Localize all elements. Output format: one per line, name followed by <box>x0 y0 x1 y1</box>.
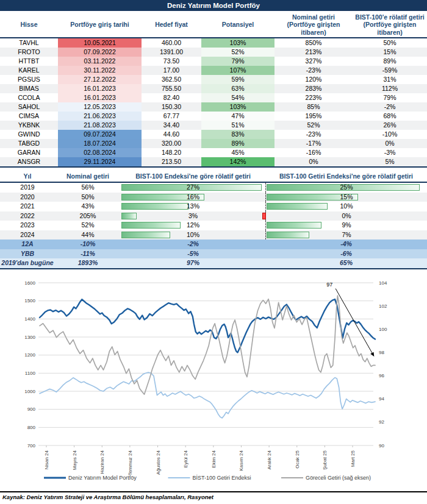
year-cell: 2022 <box>0 211 55 221</box>
relative-bist-cell: 13% <box>121 202 265 211</box>
performance-chart: 7008009001000110012001300140015001600909… <box>0 270 427 489</box>
table-row: FROTO07.09.20221391.0052%213%15% <box>0 48 427 57</box>
nominal-return-cell: -17% <box>274 139 353 148</box>
relative-bist-cell: 10% <box>121 230 265 240</box>
relative-return-cell: -2% <box>353 102 427 112</box>
table-row: BIMAS16.01.2023755.5063%283%112% <box>0 84 427 93</box>
relative-return-cell: 89% <box>353 57 427 66</box>
left-axis-tick-label: 900 <box>27 406 36 412</box>
ticker-cell: TABGD <box>0 139 58 148</box>
year-cell: 2019 <box>0 183 55 193</box>
ticker-cell: PGSUS <box>0 75 58 84</box>
right-axis-tick-label: 104 <box>379 280 387 286</box>
table-row: 202050%16%15% <box>0 193 427 202</box>
entry-date-cell: 03.11.2022 <box>58 57 142 66</box>
relative-bist-cell: 16% <box>121 193 265 202</box>
right-axis-tick-label: 92 <box>379 419 384 425</box>
series-line <box>40 372 375 418</box>
entry-date-cell: 30.11.2022 <box>58 66 142 75</box>
left-axis-tick-label: 1400 <box>24 316 35 322</box>
relative-return-cell: 15% <box>353 48 427 57</box>
relative-return-cell: 0% <box>353 139 427 148</box>
ticker-cell: CCOLA <box>0 93 58 102</box>
column-header: Hisse <box>0 21 58 29</box>
target-price-cell: 44.60 <box>142 130 201 139</box>
table-row: CIMSA21.06.202367.7747%195%68% <box>0 112 427 121</box>
target-price-cell: 148.20 <box>142 148 201 157</box>
year-cell: 2021 <box>0 202 55 211</box>
period-label: 12A <box>0 240 55 249</box>
entry-date-cell: 09.07.2024 <box>58 130 142 139</box>
table-row: 202352%12%9% <box>0 221 427 230</box>
relative-total-return-cell: 10% <box>265 202 427 211</box>
ticker-cell: TAVHL <box>0 38 58 48</box>
right-axis-tick-label: 98 <box>379 350 384 355</box>
potential-cell: 107% <box>201 66 274 75</box>
portfolio-table-header: HissePortföye giriş tarihiHedef fiyatPot… <box>0 12 427 37</box>
year-cell: 2020 <box>0 193 55 202</box>
potential-cell: 142% <box>201 157 274 166</box>
x-axis-tick-label: Ağustos 24 <box>156 450 161 475</box>
summary-row: 12A-10%-2%-4% <box>0 240 427 249</box>
table-row: GWIND09.07.202444.6083%-23%-10% <box>0 130 427 139</box>
relative-return-cell: -3% <box>353 148 427 157</box>
right-axis-tick-label: 102 <box>379 303 387 309</box>
nominal-return-cell: 327% <box>274 57 353 66</box>
left-axis-tick-label: 1200 <box>24 352 35 358</box>
nominal-return-cell: -23% <box>274 66 353 75</box>
nominal-return-cell: 43% <box>55 202 121 211</box>
table-row: SAHOL12.05.2023150.30103%85%-2% <box>0 102 427 112</box>
relative-return-cell: 31% <box>353 75 427 84</box>
yearly-table-header: YılNominal getiriBIST-100 Endeksi'ne gör… <box>0 171 427 183</box>
ticker-cell: BIMAS <box>0 84 58 93</box>
relative-bist-cell: -2% <box>121 240 265 249</box>
column-header: BIST-100'e rölatif getiri(Portföye giriş… <box>353 13 427 37</box>
target-price-cell: 150.30 <box>142 102 201 112</box>
nominal-return-cell: -16% <box>274 148 353 157</box>
relative-return-cell: 79% <box>353 93 427 102</box>
nominal-return-cell: 52% <box>55 221 121 230</box>
nominal-return-cell: 50% <box>55 193 121 202</box>
data-bar <box>267 203 328 210</box>
right-axis-tick-label: 96 <box>379 373 384 378</box>
portfolio-table-body: TAVHL10.05.2021460.00103%850%50%FROTO07.… <box>0 37 427 168</box>
entry-date-cell: 16.01.2023 <box>58 93 142 102</box>
legend-label: BİST-100 Getiri Endeksi <box>193 475 251 481</box>
potential-cell: 103% <box>201 38 274 48</box>
table-row: PGSUS27.12.2022362.5059%120%31% <box>0 75 427 84</box>
year-cell: 2023 <box>0 221 55 230</box>
ticker-cell: ANSGR <box>0 157 58 166</box>
potential-cell: 103% <box>201 102 274 112</box>
nominal-return-cell: 0% <box>274 157 353 166</box>
left-axis-tick-label: 800 <box>27 425 36 430</box>
data-bar <box>121 203 188 210</box>
nominal-return-cell: 120% <box>274 75 353 84</box>
relative-total-return-cell: 25% <box>265 183 427 193</box>
table-row: YKBNK21.08.202334.4051%52%26% <box>0 121 427 130</box>
target-price-cell: 362.50 <box>142 75 201 84</box>
yearly-table-summary: 12A-10%-2%-4%YBB-11%-5%-6%2019'dan bugün… <box>0 240 427 269</box>
target-price-cell: 34.40 <box>142 121 201 130</box>
target-price-cell: 320.00 <box>142 139 201 148</box>
table-row: 202143%13%10% <box>0 202 427 211</box>
relative-bist-cell: 12% <box>121 221 265 230</box>
relative-total-return-cell: 0% <box>265 211 427 221</box>
left-axis-tick-label: 1100 <box>25 371 36 376</box>
potential-cell: 54% <box>201 93 274 102</box>
column-header: Nominal getiri <box>55 172 121 180</box>
nominal-return-cell: 850% <box>274 38 353 48</box>
right-axis-tick-label: 90 <box>379 443 384 449</box>
ticker-cell: HTTBT <box>0 57 58 66</box>
relative-return-cell: 112% <box>353 84 427 93</box>
data-bar <box>121 232 170 238</box>
x-axis-tick-label: Kasım 24 <box>239 450 244 470</box>
ticker-cell: YKBNK <box>0 121 58 130</box>
relative-return-cell: 26% <box>353 121 427 130</box>
entry-date-cell: 16.01.2023 <box>58 84 142 93</box>
column-header: Nominal getiri(Portföye girişten itibare… <box>274 13 353 37</box>
potential-cell: 47% <box>201 112 274 121</box>
x-axis-tick-label: Şubat 25 <box>322 450 328 470</box>
table-row: HTTBT03.11.202273.5079%327%89% <box>0 57 427 66</box>
left-axis-tick-label: 700 <box>27 443 36 449</box>
relative-bist-cell: 97% <box>121 258 265 268</box>
